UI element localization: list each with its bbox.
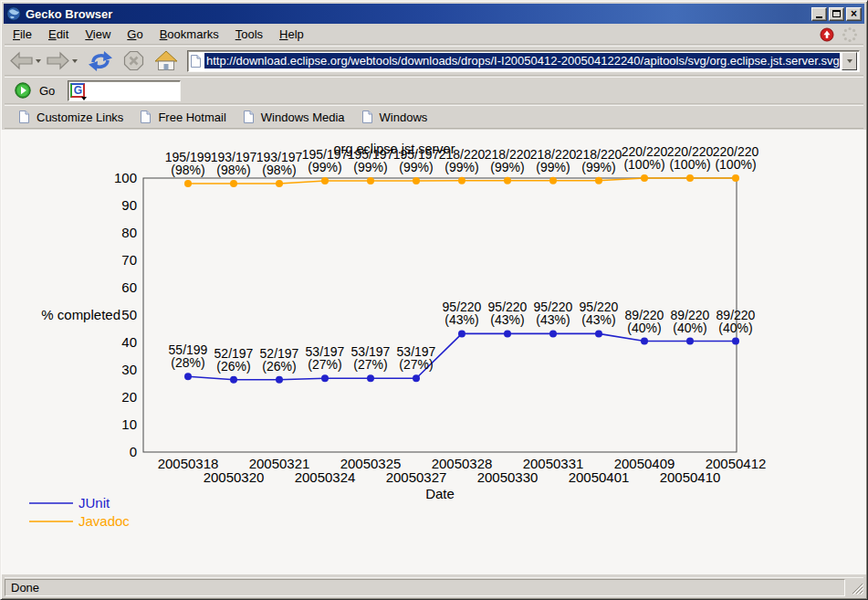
stop-button[interactable]: [122, 48, 145, 73]
menu-item-help[interactable]: Help: [271, 25, 312, 44]
data-label: 89/220(40%): [716, 308, 756, 335]
url-bar[interactable]: http://download.eclipse.org/webtools/dow…: [187, 50, 860, 72]
close-button[interactable]: ×: [846, 7, 862, 21]
menu-item-go[interactable]: Go: [119, 25, 151, 44]
data-point: [321, 374, 329, 382]
data-label: 193/197(98%): [211, 150, 257, 177]
forward-dropdown-icon[interactable]: [72, 59, 78, 63]
maximize-icon: [832, 10, 841, 17]
search-box[interactable]: G: [68, 80, 181, 101]
data-label: 95/220(43%): [534, 300, 573, 327]
search-logo[interactable]: G: [70, 83, 85, 98]
back-icon: [9, 51, 34, 70]
data-point: [184, 180, 192, 187]
links-bar: Customize LinksFree HotmailWindows Media…: [5, 105, 863, 129]
data-point: [276, 376, 283, 384]
data-label: 220/220(100%): [713, 144, 759, 172]
data-point: [641, 338, 648, 345]
x-axis-title: Date: [425, 486, 455, 501]
back-button[interactable]: [8, 49, 42, 72]
data-point: [595, 330, 602, 337]
data-label: 218/220(99%): [485, 147, 531, 174]
data-point: [321, 177, 329, 184]
y-tick-label: 10: [121, 416, 137, 432]
bookmark-label: Windows: [380, 111, 428, 124]
reload-button[interactable]: [87, 48, 114, 74]
menu-item-tools[interactable]: Tools: [227, 25, 271, 44]
data-label: 220/220(100%): [667, 144, 714, 172]
url-input[interactable]: http://download.eclipse.org/webtools/dow…: [204, 53, 840, 68]
back-dropdown-icon[interactable]: [36, 59, 41, 63]
home-button[interactable]: [153, 48, 179, 73]
data-label: 95/220(43%): [488, 300, 528, 327]
menu-bar: FileEditViewGoBookmarksToolsHelp: [5, 25, 863, 45]
bookmark-item-free-hotmail[interactable]: Free Hotmail: [131, 110, 234, 124]
status-text: Done: [11, 581, 39, 595]
bookmark-label: Customize Links: [37, 111, 123, 124]
y-axis-title: % completed: [41, 307, 120, 322]
data-point: [230, 376, 237, 384]
data-point: [504, 177, 511, 184]
data-point: [732, 338, 739, 345]
data-label: 218/220(99%): [530, 147, 577, 174]
data-label: 195/199(98%): [165, 150, 212, 177]
bookmark-item-windows[interactable]: Windows: [353, 110, 436, 124]
browser-window: Gecko Browser × FileEditViewGoBookmarksT…: [0, 0, 868, 600]
forward-button[interactable]: [45, 49, 78, 72]
data-label: 53/197(27%): [351, 344, 391, 372]
url-dropdown-button[interactable]: [842, 52, 857, 70]
y-tick-label: 100: [114, 170, 137, 185]
data-point: [413, 177, 420, 184]
y-tick-label: 60: [121, 279, 137, 295]
chart-title: org.eclipse.jst.server: [334, 142, 455, 156]
maximize-button[interactable]: [829, 7, 844, 21]
x-tick-label: 20050410: [660, 469, 721, 485]
data-label: 89/220(40%): [625, 308, 664, 335]
menu-item-file[interactable]: File: [5, 25, 40, 44]
menu-item-edit[interactable]: Edit: [40, 25, 77, 44]
page-content: 0102030405060708090100% completed2005031…: [2, 130, 866, 574]
x-tick-label: 20050330: [477, 469, 539, 485]
x-tick-label: 20050412: [706, 456, 767, 471]
data-label: 95/220(43%): [580, 300, 619, 327]
bookmark-label: Windows Media: [261, 111, 345, 124]
x-tick-label: 20050320: [204, 469, 265, 485]
go-button[interactable]: [14, 80, 32, 100]
data-label: 55/199(28%): [169, 342, 208, 370]
data-point: [230, 180, 237, 187]
y-tick-label: 0: [130, 444, 137, 459]
resize-grip[interactable]: [850, 581, 863, 595]
search-toolbar: Go G: [5, 77, 863, 104]
menu-item-bookmarks[interactable]: Bookmarks: [152, 25, 227, 44]
data-point: [367, 374, 374, 382]
y-tick-label: 20: [121, 389, 137, 405]
chart: 0102030405060708090100% completed2005031…: [2, 130, 866, 574]
alert-icon[interactable]: [820, 27, 834, 42]
data-point: [413, 374, 420, 382]
forward-icon: [46, 51, 70, 70]
title-bar[interactable]: Gecko Browser ×: [4, 4, 864, 24]
throbber-icon: [842, 26, 858, 43]
data-point: [458, 177, 465, 184]
bookmark-icon: [243, 110, 255, 124]
bookmark-item-customize-links[interactable]: Customize Links: [10, 110, 131, 124]
minimize-icon: [816, 16, 822, 18]
minimize-button[interactable]: [811, 7, 827, 21]
data-label: 89/220(40%): [671, 308, 710, 335]
data-label: 52/197(26%): [214, 346, 254, 374]
y-tick-label: 80: [121, 225, 137, 240]
y-tick-label: 50: [121, 307, 137, 322]
data-point: [458, 330, 465, 337]
data-point: [504, 330, 511, 337]
x-tick-label: 20050327: [386, 469, 447, 485]
home-icon: [154, 50, 178, 71]
bookmark-item-windows-media[interactable]: Windows Media: [235, 110, 353, 124]
menu-item-view[interactable]: View: [77, 25, 119, 44]
data-point: [686, 174, 694, 182]
search-dropdown-icon[interactable]: [81, 97, 87, 100]
url-page-icon: [190, 54, 202, 68]
data-point: [641, 174, 648, 182]
data-point: [367, 177, 374, 184]
search-input[interactable]: [85, 82, 178, 100]
data-point: [595, 177, 602, 184]
